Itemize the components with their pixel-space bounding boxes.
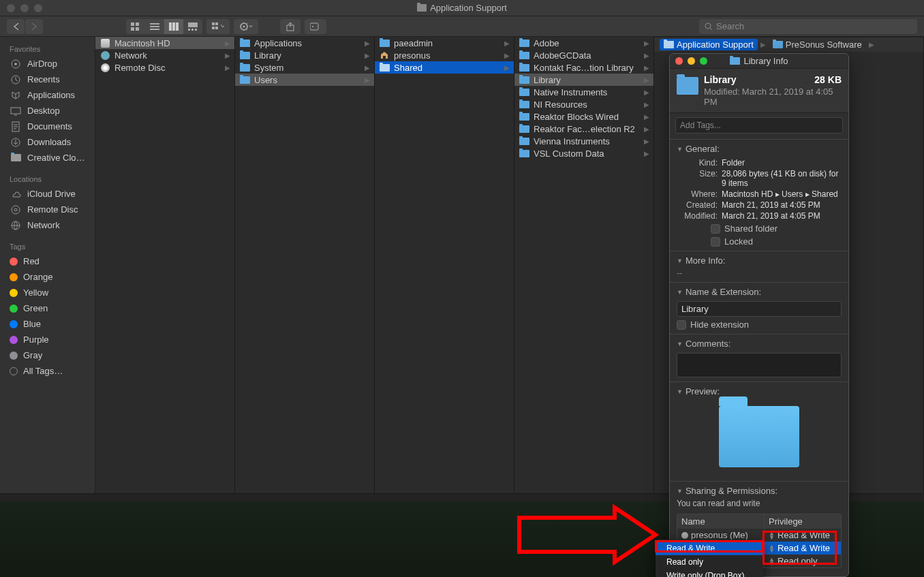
column-item[interactable]: presonus▶ <box>375 49 514 61</box>
column-4[interactable]: Adobe▶AdobeGCData▶Kontakt Fac…tion Libra… <box>514 37 654 493</box>
column-item[interactable]: Library▶ <box>235 49 374 61</box>
forward-button[interactable] <box>25 19 43 34</box>
column-1[interactable]: Macintosh HD▶Network▶Remote Disc▶ <box>95 37 235 493</box>
comments-section-header[interactable]: ▼Comments: <box>677 339 842 349</box>
column-item[interactable]: Native Instruments▶ <box>514 86 653 98</box>
column-item[interactable]: Shared▶ <box>375 61 514 74</box>
sidebar-item-red[interactable]: Red <box>0 253 95 269</box>
path-segment-presonus-software[interactable]: PreSonus Software <box>769 39 866 50</box>
tag-button[interactable] <box>305 19 326 34</box>
folder-icon <box>99 63 110 72</box>
column-item[interactable]: Vienna Instruments▶ <box>514 135 653 147</box>
svg-rect-4 <box>150 23 159 25</box>
column-item[interactable]: Network▶ <box>95 49 234 61</box>
toolbar: Search <box>0 16 924 37</box>
shared-folder-checkbox[interactable]: Shared folder <box>711 223 842 234</box>
column-item[interactable]: VSL Custom Data▶ <box>514 147 653 159</box>
column-item[interactable]: Reaktor Fac…election R2▶ <box>514 123 653 135</box>
sidebar-item-gray[interactable]: Gray <box>0 347 95 363</box>
action-button[interactable] <box>234 19 258 34</box>
path-bar[interactable]: Application Support ▶ PreSonus Software … <box>654 37 923 52</box>
name-input[interactable] <box>677 301 842 317</box>
gallery-view-button[interactable] <box>183 19 202 34</box>
column-item[interactable]: Adobe▶ <box>514 37 653 49</box>
column-item[interactable]: AdobeGCData▶ <box>514 49 653 61</box>
sidebar-item-green[interactable]: Green <box>0 300 95 316</box>
svg-point-25 <box>14 63 17 65</box>
info-size-detail: 28,086 bytes (41 KB on disk) for 9 items <box>722 169 842 188</box>
column-item[interactable]: Remote Disc▶ <box>95 61 234 74</box>
search-input[interactable]: Search <box>699 19 917 34</box>
back-button[interactable] <box>7 19 25 34</box>
sidebar-item-purple[interactable]: Purple <box>0 332 95 347</box>
sidebar-item-orange[interactable]: Orange <box>0 269 95 285</box>
privilege-dropdown-menu[interactable]: Read & WriteRead onlyWrite only (Drop Bo… <box>656 540 763 577</box>
view-switcher[interactable] <box>126 19 202 34</box>
group-button[interactable] <box>206 19 230 34</box>
minimize-icon[interactable] <box>688 57 695 65</box>
sidebar-item-creativeclo[interactable]: Creative Clo… <box>0 150 95 166</box>
zoom-icon[interactable] <box>700 57 707 65</box>
column-item[interactable]: paeadmin▶ <box>375 37 514 49</box>
info-titlebar[interactable]: Library Info <box>670 54 848 69</box>
sidebar-item-alltags[interactable]: All Tags… <box>0 363 95 379</box>
folder-icon <box>99 51 110 60</box>
column-item[interactable]: Macintosh HD▶ <box>95 37 234 49</box>
more-info-section-header[interactable]: ▼More Info: <box>677 255 842 266</box>
sidebar-item-downloads[interactable]: Downloads <box>0 134 95 150</box>
permissions-name-header[interactable]: Name <box>677 514 765 529</box>
minimize-icon[interactable] <box>20 4 29 12</box>
sidebar-item-documents[interactable]: Documents <box>0 119 95 134</box>
column-item[interactable]: Applications▶ <box>235 37 374 49</box>
hide-extension-checkbox[interactable]: Hide extension <box>677 319 842 330</box>
sidebar-item-iclouddrive[interactable]: iCloud Drive <box>0 186 95 202</box>
svg-rect-8 <box>172 22 175 31</box>
sidebar-item-recents[interactable]: Recents <box>0 72 95 87</box>
column-view-button[interactable] <box>164 19 183 34</box>
privilege-menu-item[interactable]: Write only (Drop Box) <box>656 569 763 577</box>
sidebar-item-applications[interactable]: Applications <box>0 87 95 103</box>
locked-checkbox[interactable]: Locked <box>711 236 842 247</box>
column-2[interactable]: Applications▶Library▶System▶Users▶ <box>235 37 375 493</box>
folder-icon <box>239 39 250 48</box>
svg-point-19 <box>243 25 245 27</box>
column-item[interactable]: Reaktor Blocks Wired▶ <box>514 110 653 123</box>
tags-input[interactable]: Add Tags... <box>675 117 843 134</box>
chevron-right-icon: ▶ <box>644 89 649 96</box>
privilege-select[interactable]: ▲▼Read & Write <box>765 542 841 555</box>
close-icon[interactable] <box>675 57 683 65</box>
titlebar[interactable]: Application Support <box>0 0 924 16</box>
comments-input[interactable] <box>677 353 842 377</box>
privilege-select[interactable]: ▲▼Read & Write <box>765 529 841 542</box>
privilege-menu-item[interactable]: Read & Write <box>656 542 763 555</box>
zoom-icon[interactable] <box>34 4 42 12</box>
column-item[interactable]: NI Resources▶ <box>514 98 653 110</box>
path-segment-application-support[interactable]: Application Support <box>660 39 758 50</box>
column-3[interactable]: paeadmin▶presonus▶Shared▶ <box>375 37 514 493</box>
sidebar-item-network[interactable]: Network <box>0 217 95 233</box>
permissions-privilege-header[interactable]: Privilege <box>765 514 841 529</box>
sidebar-item-blue[interactable]: Blue <box>0 316 95 332</box>
sidebar-item-desktop[interactable]: Desktop <box>0 103 95 119</box>
sidebar-item-airdrop[interactable]: AirDrop <box>0 56 95 72</box>
icon-view-button[interactable] <box>126 19 145 34</box>
folder-icon <box>519 63 529 72</box>
traffic-lights[interactable] <box>7 4 42 12</box>
column-item[interactable]: Users▶ <box>235 74 374 86</box>
down-icon <box>10 138 22 147</box>
general-section-header[interactable]: ▼General: <box>677 144 842 154</box>
privilege-menu-item[interactable]: Read only <box>656 555 763 569</box>
column-item[interactable]: System▶ <box>235 61 374 74</box>
column-item[interactable]: Library▶ <box>514 74 653 86</box>
column-item[interactable]: Kontakt Fac…tion Library▶ <box>514 61 653 74</box>
sidebar-item-yellow[interactable]: Yellow <box>0 285 95 300</box>
name-ext-section-header[interactable]: ▼Name & Extension: <box>677 287 842 297</box>
disclosure-triangle-icon: ▼ <box>677 289 683 296</box>
close-icon[interactable] <box>7 4 15 12</box>
preview-section-header[interactable]: ▼Preview: <box>677 386 842 396</box>
sharing-section-header[interactable]: ▼Sharing & Permissions: <box>677 486 842 496</box>
list-view-button[interactable] <box>145 19 164 34</box>
privilege-select[interactable]: ▲▼Read only <box>765 555 841 567</box>
sidebar-item-remotedisc[interactable]: Remote Disc <box>0 202 95 217</box>
share-button[interactable] <box>280 19 301 34</box>
